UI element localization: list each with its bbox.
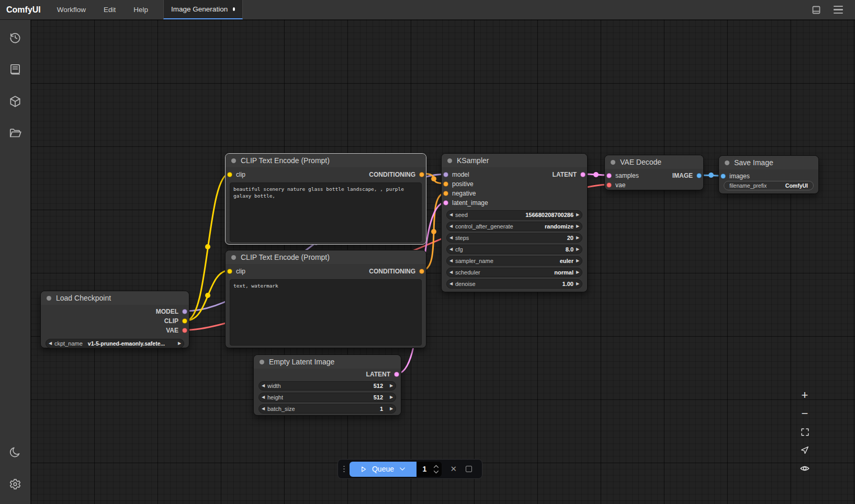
bottom-panel-icon[interactable] bbox=[811, 5, 822, 15]
spinner-down-icon[interactable] bbox=[433, 470, 439, 474]
prompt-textarea[interactable]: beautiful scenery nature glass bottle la… bbox=[230, 182, 422, 242]
tab-image-generation[interactable]: Image Generation bbox=[163, 0, 243, 19]
spinner-up-icon[interactable] bbox=[433, 465, 439, 468]
step-left-icon[interactable]: ◀ bbox=[447, 279, 455, 289]
port-model-in[interactable] bbox=[443, 172, 448, 177]
step-left-icon[interactable]: ◀ bbox=[447, 268, 455, 277]
widget-width[interactable]: ◀ width 512 ▶ bbox=[258, 381, 396, 391]
node-header[interactable]: CLIP Text Encode (Prompt) bbox=[226, 250, 426, 264]
port-images-in[interactable] bbox=[721, 174, 726, 179]
model-library-icon[interactable] bbox=[5, 91, 26, 112]
step-right-icon[interactable]: ▶ bbox=[573, 233, 582, 243]
widget-height[interactable]: ◀ height 512 ▶ bbox=[258, 393, 396, 402]
drag-handle-icon[interactable] bbox=[343, 466, 345, 473]
step-right-icon[interactable]: ▶ bbox=[573, 245, 582, 254]
step-left-icon[interactable]: ◀ bbox=[447, 210, 455, 220]
zoom-out-icon[interactable]: − bbox=[798, 407, 812, 420]
port-image-out[interactable] bbox=[696, 173, 702, 178]
step-left-icon[interactable]: ◀ bbox=[447, 233, 455, 243]
port-clip-out[interactable] bbox=[182, 318, 187, 324]
widget-ckpt-name[interactable]: ◀ ckpt_name v1-5-pruned-emaonly.safete..… bbox=[46, 339, 184, 348]
queue-button[interactable]: Queue bbox=[350, 462, 417, 477]
widget-sampler-name[interactable]: ◀ sampler_name euler ▶ bbox=[446, 256, 582, 266]
fit-view-icon[interactable] bbox=[798, 426, 812, 438]
widget-seed[interactable]: ◀ seed 156680208700286 ▶ bbox=[446, 210, 582, 220]
step-right-icon[interactable]: ▶ bbox=[573, 279, 582, 289]
step-left-icon[interactable]: ◀ bbox=[259, 404, 267, 414]
hamburger-menu-icon[interactable] bbox=[833, 5, 843, 15]
widget-cfg[interactable]: ◀ cfg 8.0 ▶ bbox=[446, 245, 582, 254]
collapse-dot-icon[interactable] bbox=[47, 296, 51, 301]
step-right-icon[interactable]: ▶ bbox=[573, 256, 582, 266]
step-left-icon[interactable]: ◀ bbox=[259, 381, 267, 391]
chevron-down-icon[interactable] bbox=[399, 465, 406, 473]
port-positive-in[interactable] bbox=[443, 181, 448, 187]
app-logo[interactable]: ComfyUI bbox=[0, 0, 48, 19]
prompt-textarea[interactable]: text, watermark bbox=[230, 279, 422, 346]
collapse-dot-icon[interactable] bbox=[260, 360, 264, 364]
collapse-dot-icon[interactable] bbox=[231, 158, 236, 163]
zoom-in-icon[interactable]: + bbox=[798, 389, 812, 402]
port-conditioning-out[interactable] bbox=[419, 172, 424, 177]
node-clip-text-encode-positive[interactable]: CLIP Text Encode (Prompt) clip CONDITION… bbox=[225, 153, 426, 245]
step-left-icon[interactable]: ◀ bbox=[447, 245, 455, 254]
port-vae-out[interactable] bbox=[182, 328, 187, 333]
node-empty-latent-image[interactable]: Empty Latent Image LATENT ◀ width 512 ▶ … bbox=[253, 354, 401, 416]
node-ksampler[interactable]: KSampler model LATENT positive negative … bbox=[441, 153, 588, 292]
port-clip-in[interactable] bbox=[227, 269, 232, 274]
theme-toggle-icon[interactable] bbox=[5, 442, 26, 463]
step-right-icon[interactable]: ▶ bbox=[387, 404, 396, 414]
widget-denoise[interactable]: ◀ denoise 1.00 ▶ bbox=[446, 279, 582, 289]
node-header[interactable]: Save Image bbox=[719, 156, 818, 169]
widget-steps[interactable]: ◀ steps 20 ▶ bbox=[446, 233, 582, 243]
port-latent-out[interactable] bbox=[580, 172, 586, 177]
node-clip-text-encode-negative[interactable]: CLIP Text Encode (Prompt) clip CONDITION… bbox=[225, 250, 426, 348]
queue-history-icon[interactable] bbox=[5, 27, 26, 48]
clear-queue-icon[interactable]: ✕ bbox=[451, 464, 457, 474]
step-right-icon[interactable]: ▶ bbox=[175, 339, 184, 348]
step-right-icon[interactable]: ▶ bbox=[573, 210, 582, 220]
step-right-icon[interactable]: ▶ bbox=[387, 381, 396, 391]
node-header[interactable]: CLIP Text Encode (Prompt) bbox=[226, 154, 426, 167]
collapse-dot-icon[interactable] bbox=[231, 255, 236, 260]
toggle-visibility-eye-icon[interactable] bbox=[798, 462, 812, 475]
widget-filename-prefix[interactable]: filename_prefix ComfyUI bbox=[724, 181, 814, 190]
step-left-icon[interactable]: ◀ bbox=[259, 393, 267, 402]
port-model-out[interactable] bbox=[182, 309, 187, 314]
node-header[interactable]: KSampler bbox=[442, 154, 587, 167]
node-load-checkpoint[interactable]: Load Checkpoint MODEL CLIP VAE ◀ ckpt_na… bbox=[40, 291, 189, 348]
node-header[interactable]: VAE Decode bbox=[605, 155, 703, 169]
stop-icon[interactable] bbox=[466, 466, 472, 472]
port-latent-out[interactable] bbox=[394, 372, 399, 377]
node-header[interactable]: Load Checkpoint bbox=[41, 291, 189, 305]
collapse-dot-icon[interactable] bbox=[725, 161, 729, 165]
step-right-icon[interactable]: ▶ bbox=[387, 393, 396, 402]
node-save-image[interactable]: Save Image images filename_prefix ComfyU… bbox=[718, 155, 819, 194]
menu-edit[interactable]: Edit bbox=[95, 0, 125, 19]
collapse-dot-icon[interactable] bbox=[447, 158, 452, 163]
port-samples-in[interactable] bbox=[606, 173, 612, 178]
select-mode-icon[interactable] bbox=[798, 444, 812, 456]
port-vae-in[interactable] bbox=[606, 182, 612, 188]
workflows-folder-icon[interactable] bbox=[5, 123, 26, 144]
batch-count-box[interactable]: 1 bbox=[417, 462, 442, 477]
port-negative-in[interactable] bbox=[443, 191, 448, 196]
collapse-dot-icon[interactable] bbox=[611, 160, 615, 165]
step-left-icon[interactable]: ◀ bbox=[46, 339, 54, 348]
node-vae-decode[interactable]: VAE Decode samples IMAGE vae bbox=[604, 155, 704, 190]
widget-batch-size[interactable]: ◀ batch_size 1 ▶ bbox=[258, 404, 396, 414]
step-right-icon[interactable]: ▶ bbox=[573, 222, 582, 231]
step-left-icon[interactable]: ◀ bbox=[447, 256, 455, 266]
node-header[interactable]: Empty Latent Image bbox=[254, 355, 401, 369]
widget-control-after-generate[interactable]: ◀ control_after_generate randomize ▶ bbox=[446, 222, 582, 231]
step-right-icon[interactable]: ▶ bbox=[573, 268, 582, 277]
settings-gear-icon[interactable] bbox=[5, 474, 26, 495]
batch-count-value[interactable]: 1 bbox=[417, 465, 433, 473]
step-left-icon[interactable]: ◀ bbox=[447, 222, 455, 231]
widget-scheduler[interactable]: ◀ scheduler normal ▶ bbox=[446, 268, 582, 277]
port-latent-image-in[interactable] bbox=[443, 200, 448, 205]
menu-workflow[interactable]: Workflow bbox=[48, 0, 95, 19]
port-clip-in[interactable] bbox=[227, 172, 232, 177]
menu-help[interactable]: Help bbox=[125, 0, 157, 19]
node-library-icon[interactable] bbox=[5, 59, 26, 80]
